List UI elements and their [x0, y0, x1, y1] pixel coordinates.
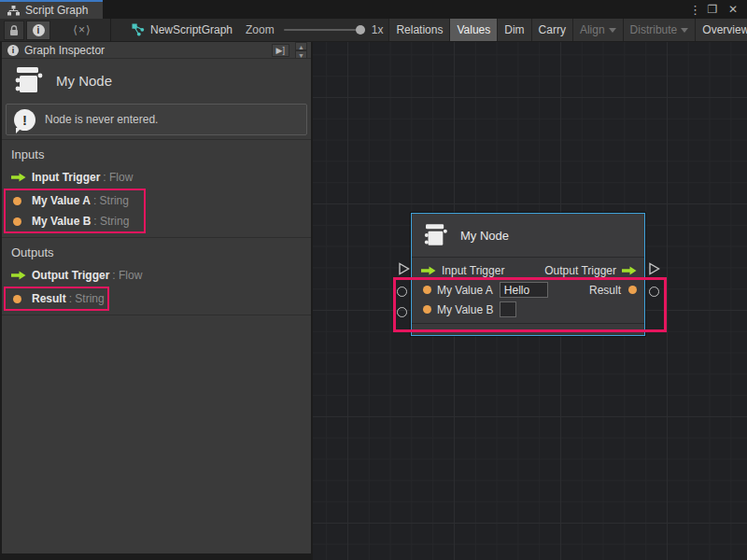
info-icon: i: [7, 45, 19, 56]
scroll-down-icon[interactable]: ▼: [295, 50, 307, 59]
menu-icon[interactable]: ⋮: [689, 3, 700, 17]
overview-button[interactable]: Overview: [695, 19, 747, 42]
inspector-panel-column: i Graph Inspector ▶] ▲ ▼: [0, 42, 313, 560]
toolbar-toggles: Relations Values Dim Carry Align Distrib…: [388, 19, 747, 42]
code-view-button[interactable]: ⟨×⟩: [63, 21, 101, 40]
tab-title: Script Graph: [25, 4, 88, 17]
inspector-output-row: Output Trigger : Flow: [2, 265, 311, 286]
relations-button[interactable]: Relations: [388, 19, 449, 42]
flow-port-icon: [11, 173, 26, 182]
flow-port-icon: [11, 271, 26, 280]
dock-icon[interactable]: ▶]: [272, 44, 289, 57]
value-port-icon: [13, 197, 21, 205]
inputs-section: Inputs Input Trigger : Flow My Value A :…: [2, 140, 311, 233]
graph-reference[interactable]: NewScriptGraph: [132, 23, 233, 36]
section-divider: [2, 315, 311, 315]
zoom-slider-handle[interactable]: [356, 25, 365, 35]
warning-icon: !: [14, 109, 35, 131]
graph-name: NewScriptGraph: [150, 23, 233, 36]
warning-text: Node is never entered.: [45, 113, 158, 126]
code-icon: ⟨×⟩: [73, 23, 91, 36]
zoom-label: Zoom: [246, 23, 275, 36]
tab-script-graph[interactable]: Script Graph: [0, 0, 103, 19]
lock-icon: [8, 24, 20, 36]
dim-button[interactable]: Dim: [497, 19, 530, 42]
script-graph-asset-icon: [132, 23, 145, 36]
info-icon: i: [33, 24, 45, 36]
flow-in-label: Input Trigger: [442, 264, 504, 277]
graph-inspector-panel: i Graph Inspector ▶] ▲ ▼: [0, 42, 311, 553]
panel-scroll-arrows: ▲ ▼: [295, 42, 307, 59]
align-button[interactable]: Align: [572, 19, 623, 42]
graph-hierarchy-icon: [7, 6, 20, 16]
outputs-section: Outputs Output Trigger : Flow Result : S…: [2, 238, 311, 311]
inspector-input-row: My Value B : String: [6, 211, 144, 231]
graph-canvas[interactable]: My Node Input Trigger Output Trigger My …: [313, 42, 747, 560]
value-port-icon: [13, 295, 21, 303]
title-bar: Script Graph ⋮ ❐ ✕: [0, 0, 747, 19]
flow-input-port[interactable]: [398, 262, 410, 275]
flow-out-label: Output Trigger: [544, 264, 616, 277]
zoom-value: 1x: [372, 23, 384, 36]
graph-toolbar: i ⟨×⟩ NewScriptGraph Zoom 1x Relations V…: [0, 19, 747, 42]
highlight-box-inputs: My Value A : String My Value B : String: [4, 189, 146, 233]
window-controls: ⋮ ❐ ✕: [689, 0, 747, 19]
scroll-up-icon[interactable]: ▲: [295, 42, 307, 50]
zoom-slider[interactable]: [284, 29, 364, 31]
distribute-button[interactable]: Distribute: [623, 19, 696, 42]
inspector-input-row: My Value A : String: [6, 190, 144, 211]
graph-inspector-header: i Graph Inspector ▶] ▲ ▼: [2, 42, 311, 59]
script-graph-window: Script Graph ⋮ ❐ ✕ i ⟨×⟩: [0, 0, 747, 560]
node-title-text: My Node: [56, 73, 112, 89]
highlight-box-result: Result : String: [4, 287, 109, 311]
unit-node-icon: [421, 222, 449, 248]
toolbar-divider: [110, 19, 111, 42]
values-button[interactable]: Values: [449, 19, 497, 42]
lock-button[interactable]: [4, 21, 24, 40]
highlight-box-node-values: [393, 277, 667, 332]
inspector-toggle-button[interactable]: i: [26, 21, 50, 40]
panel-title: Graph Inspector: [24, 44, 105, 57]
flow-output-port[interactable]: [648, 262, 660, 275]
flow-port-icon: [622, 266, 637, 275]
maximize-icon[interactable]: ❐: [704, 3, 721, 16]
node-header[interactable]: My Node: [412, 214, 644, 258]
node-title-text: My Node: [460, 229, 509, 243]
inspector-input-row: Input Trigger : Flow: [2, 167, 311, 188]
inspector-output-row: Result : String: [6, 288, 107, 309]
flow-port-icon: [421, 266, 436, 275]
inputs-heading: Inputs: [2, 144, 311, 167]
dropdown-caret-icon: [609, 28, 616, 33]
warning-box: ! Node is never entered.: [6, 104, 307, 135]
close-icon[interactable]: ✕: [725, 3, 741, 16]
unit-node-icon: [11, 65, 45, 95]
value-port-icon: [13, 217, 21, 226]
dropdown-caret-icon: [681, 28, 688, 33]
carry-button[interactable]: Carry: [531, 19, 572, 42]
inspected-node-title: My Node: [2, 59, 311, 100]
outputs-heading: Outputs: [2, 242, 311, 265]
